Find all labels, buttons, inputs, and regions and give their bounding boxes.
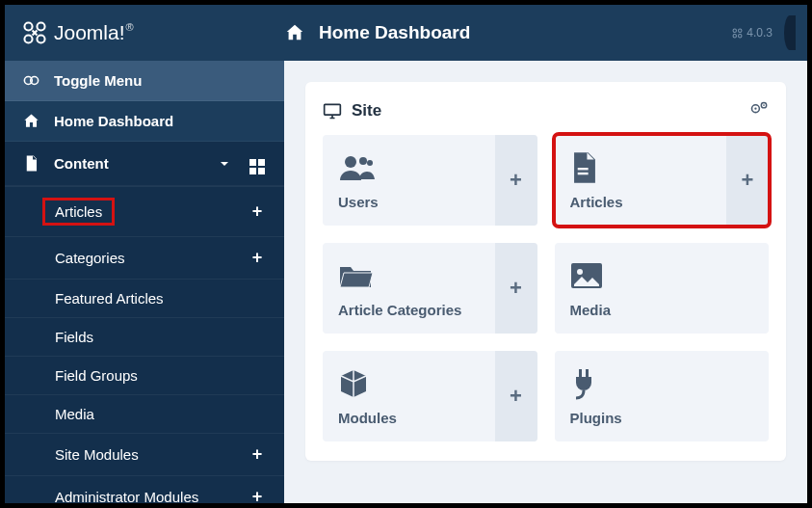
- home-icon: [284, 22, 305, 43]
- tile-label: Articles: [570, 194, 712, 210]
- panel-settings-button[interactable]: [749, 99, 769, 121]
- svg-point-17: [367, 160, 373, 166]
- tile-body-media[interactable]: Media: [555, 243, 770, 334]
- svg-point-5: [739, 29, 742, 32]
- tile-article-categories: Article Categories+: [323, 243, 537, 334]
- image-icon: [570, 259, 609, 292]
- svg-point-1: [37, 22, 44, 30]
- tile-users: Users+: [323, 135, 537, 226]
- users-icon: [338, 151, 377, 184]
- sidebar-subitem-label: Fields: [55, 329, 93, 345]
- svg-point-7: [739, 34, 742, 37]
- app-root: Joomla!® Home Dashboard 4.0.3 Toggle Men…: [5, 5, 807, 503]
- sidebar-item-label: Home Dashboard: [54, 113, 173, 129]
- add-articles-button[interactable]: +: [248, 201, 267, 222]
- add-users-button[interactable]: +: [495, 135, 537, 226]
- tile-body-users[interactable]: Users: [323, 135, 495, 226]
- tile-label: Plugins: [570, 410, 754, 426]
- tile-body-modules[interactable]: Modules: [323, 351, 495, 441]
- dashboard-tiles: Users+Articles+Article Categories+MediaM…: [323, 135, 769, 441]
- tile-label: Article Categories: [338, 302, 480, 318]
- brand-logo[interactable]: Joomla!®: [5, 20, 284, 45]
- page-title-group: Home Dashboard: [284, 22, 470, 43]
- sidebar-subitem-label: Site Modules: [55, 446, 139, 463]
- user-menu-button[interactable]: [784, 15, 796, 50]
- tile-plugins: Plugins: [555, 351, 770, 441]
- svg-point-0: [24, 22, 32, 30]
- svg-point-4: [733, 29, 736, 32]
- sidebar-subitem-administrator-modules[interactable]: Administrator Modules+: [5, 475, 284, 503]
- site-panel: Site Users+Articles+Article Categories+M…: [305, 82, 786, 461]
- svg-point-2: [24, 35, 32, 42]
- home-icon: [22, 112, 40, 130]
- add-administrator-modules-button[interactable]: +: [248, 487, 267, 503]
- site-panel-title: Site: [352, 101, 381, 120]
- toggle-menu-button[interactable]: Toggle Menu: [5, 61, 284, 101]
- sidebar-subitem-site-modules[interactable]: Site Modules+: [5, 433, 284, 475]
- tile-label: Users: [338, 194, 480, 210]
- sidebar-subitem-fields[interactable]: Fields: [5, 317, 284, 356]
- content-dashboard-button[interactable]: [248, 152, 267, 174]
- tile-body-article-categories[interactable]: Article Categories: [323, 243, 495, 334]
- sidebar-subitem-label: Field Groups: [55, 367, 138, 384]
- add-site-modules-button[interactable]: +: [248, 444, 267, 465]
- add-article-categories-button[interactable]: +: [495, 243, 537, 334]
- site-panel-header: Site: [323, 99, 769, 121]
- gears-icon: [749, 99, 769, 117]
- cube-icon: [338, 367, 377, 400]
- file-icon: [22, 154, 40, 173]
- tile-modules: Modules+: [323, 351, 537, 441]
- sidebar-subitem-label: Administrator Modules: [55, 489, 198, 503]
- brand-name: Joomla!®: [54, 21, 134, 44]
- svg-point-15: [345, 156, 356, 168]
- add-articles-button[interactable]: +: [726, 135, 769, 226]
- tile-body-articles[interactable]: Articles: [555, 135, 727, 226]
- svg-point-3: [37, 35, 44, 42]
- sidebar-item-content[interactable]: Content: [5, 142, 284, 186]
- joomla-logo-icon: [22, 20, 47, 45]
- sidebar-subitem-featured-articles[interactable]: Featured Articles: [5, 279, 284, 317]
- svg-point-12: [754, 108, 756, 110]
- toggle-icon: [22, 71, 40, 90]
- topbar: Joomla!® Home Dashboard 4.0.3: [5, 5, 807, 61]
- main-area: Site Users+Articles+Article Categories+M…: [284, 61, 807, 503]
- svg-rect-10: [325, 104, 341, 115]
- sidebar-subitem-label: Featured Articles: [55, 290, 164, 307]
- joomla-mini-icon: [732, 28, 743, 39]
- sidebar-item-label: Content: [54, 155, 109, 172]
- chevron-down-icon: [215, 156, 234, 172]
- svg-rect-23: [586, 369, 589, 377]
- body: Toggle Menu Home Dashboard Content Artic…: [5, 61, 807, 503]
- svg-point-16: [359, 157, 367, 165]
- tile-body-plugins[interactable]: Plugins: [555, 351, 770, 441]
- tile-articles: Articles+: [555, 135, 770, 226]
- sidebar-item-home-dashboard[interactable]: Home Dashboard: [5, 101, 284, 142]
- svg-point-21: [577, 269, 583, 275]
- page-title: Home Dashboard: [319, 22, 470, 43]
- add-categories-button[interactable]: +: [248, 248, 267, 268]
- svg-point-14: [763, 104, 765, 106]
- sidebar-subitem-field-groups[interactable]: Field Groups: [5, 356, 284, 394]
- svg-rect-18: [577, 168, 588, 170]
- version-text: 4.0.3: [747, 26, 773, 40]
- sidebar: Toggle Menu Home Dashboard Content Artic…: [5, 61, 284, 503]
- svg-rect-22: [579, 369, 582, 377]
- sidebar-subitem-articles[interactable]: Articles+: [5, 186, 284, 236]
- tile-label: Media: [570, 302, 754, 318]
- sidebar-submenu-content: Articles+Categories+Featured ArticlesFie…: [5, 186, 284, 503]
- monitor-icon: [323, 102, 342, 120]
- topbar-left: Joomla!® Home Dashboard: [5, 20, 470, 45]
- sidebar-subitem-label: Articles: [42, 198, 115, 226]
- add-modules-button[interactable]: +: [495, 351, 537, 441]
- sidebar-subitem-label: Media: [55, 406, 94, 422]
- plug-icon: [570, 367, 609, 400]
- sidebar-subitem-media[interactable]: Media: [5, 394, 284, 433]
- toggle-menu-label: Toggle Menu: [54, 72, 142, 89]
- version-badge[interactable]: 4.0.3: [732, 26, 773, 40]
- tile-media: Media: [555, 243, 770, 334]
- folder-icon: [338, 259, 377, 292]
- sidebar-subitem-categories[interactable]: Categories+: [5, 236, 284, 279]
- topbar-right: 4.0.3: [732, 15, 807, 50]
- svg-rect-19: [577, 172, 588, 174]
- svg-point-6: [733, 34, 736, 37]
